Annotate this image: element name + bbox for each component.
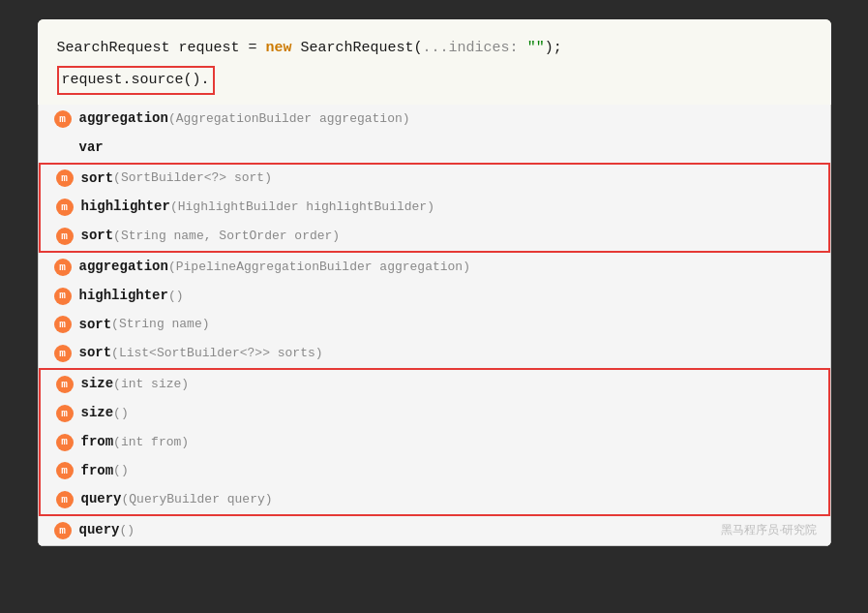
method-badge: m	[54, 288, 72, 305]
method-name: query	[81, 488, 122, 511]
method-badge: m	[54, 259, 72, 276]
method-params: (String name, SortOrder order)	[113, 226, 340, 247]
autocomplete-item-sort-4[interactable]: m sort (List<SortBuilder<?>> sorts)	[39, 339, 830, 368]
code-string: ""	[527, 40, 545, 56]
method-badge: m	[56, 228, 74, 245]
request-source-wrapper: request.source().	[57, 66, 812, 95]
autocomplete-item-from-2[interactable]: m from ()	[41, 457, 828, 486]
code-area: SearchRequest request = new SearchReques…	[38, 19, 831, 105]
method-name: size	[81, 402, 114, 425]
editor-container: SearchRequest request = new SearchReques…	[38, 19, 831, 546]
method-badge: m	[54, 316, 72, 333]
method-params: (int size)	[113, 374, 189, 395]
autocomplete-item-aggregation-2[interactable]: m aggregation (PipelineAggregationBuilde…	[39, 253, 830, 282]
method-params: (String name)	[111, 314, 209, 335]
method-badge: m	[56, 169, 74, 187]
method-badge: m	[56, 405, 74, 422]
method-name: aggregation	[79, 107, 168, 131]
highlight-group-top: m sort (SortBuilder<?> sort) m highlight…	[39, 163, 830, 253]
method-badge: m	[56, 376, 74, 393]
autocomplete-item-size-2[interactable]: m size ()	[41, 399, 828, 428]
method-badge: m	[54, 522, 72, 539]
method-badge: m	[56, 199, 74, 216]
autocomplete-item-size-1[interactable]: m size (int size)	[41, 370, 828, 399]
method-name: highlighter	[81, 196, 170, 219]
screenshot-wrapper: SearchRequest request = new SearchReques…	[0, 0, 868, 613]
code-hint: ...indices:	[423, 40, 527, 56]
autocomplete-item-aggregation-1[interactable]: m aggregation (AggregationBuilder aggreg…	[39, 105, 830, 134]
method-name: highlighter	[79, 285, 168, 308]
method-params: ()	[113, 460, 129, 481]
code-line-2: request.source().	[62, 72, 210, 88]
method-name: sort	[81, 168, 114, 191]
method-params: (List<SortBuilder<?>> sorts)	[111, 343, 322, 364]
highlight-group-bottom: m size (int size) m size () m from (int …	[39, 368, 830, 516]
method-badge: m	[56, 491, 74, 508]
method-params: (SortBuilder<?> sort)	[113, 168, 272, 189]
method-badge: m	[54, 345, 72, 362]
autocomplete-item-sort-3[interactable]: m sort (String name)	[39, 311, 830, 340]
request-source-box: request.source().	[57, 66, 215, 95]
method-badge: m	[54, 110, 72, 128]
method-badge: m	[56, 434, 74, 451]
method-params: ()	[168, 286, 184, 307]
method-badge: m	[56, 462, 74, 479]
method-params: (QueryBuilder query)	[122, 489, 273, 510]
method-name: size	[81, 373, 114, 396]
method-params: ()	[120, 520, 135, 541]
method-name: sort	[79, 342, 112, 365]
code-suffix: );	[545, 40, 562, 56]
autocomplete-item-sort-1[interactable]: m sort (SortBuilder<?> sort)	[41, 165, 828, 194]
method-name: sort	[81, 225, 114, 248]
method-name: query	[79, 519, 120, 542]
keyword-new: new	[266, 40, 292, 56]
autocomplete-item-highlighter-1[interactable]: m highlighter (HighlightBuilder highligh…	[41, 193, 828, 222]
method-params: (int from)	[113, 432, 189, 453]
code-prefix: SearchRequest request =	[57, 40, 266, 56]
autocomplete-item-var[interactable]: var	[39, 134, 830, 163]
method-name: sort	[79, 314, 112, 337]
method-name-var: var	[79, 137, 104, 160]
method-params: (PipelineAggregationBuilder aggregation)	[168, 257, 470, 278]
autocomplete-item-query-2[interactable]: m query ()	[39, 516, 830, 545]
watermark: 黑马程序员·研究院	[721, 522, 817, 538]
method-params: ()	[113, 403, 129, 424]
code-line-1: SearchRequest request = new SearchReques…	[57, 37, 812, 60]
method-params: (HighlightBuilder highlightBuilder)	[170, 197, 434, 218]
code-constructor: SearchRequest(	[292, 40, 423, 56]
autocomplete-dropdown[interactable]: m aggregation (AggregationBuilder aggreg…	[38, 105, 831, 546]
method-name: from	[81, 431, 114, 454]
autocomplete-item-highlighter-2[interactable]: m highlighter ()	[39, 282, 830, 311]
method-name: from	[81, 460, 114, 483]
autocomplete-item-sort-2[interactable]: m sort (String name, SortOrder order)	[41, 222, 828, 251]
autocomplete-item-from-1[interactable]: m from (int from)	[41, 428, 828, 457]
method-params: (AggregationBuilder aggregation)	[168, 108, 410, 130]
method-name: aggregation	[79, 256, 168, 279]
autocomplete-item-query-1[interactable]: m query (QueryBuilder query)	[41, 485, 828, 514]
